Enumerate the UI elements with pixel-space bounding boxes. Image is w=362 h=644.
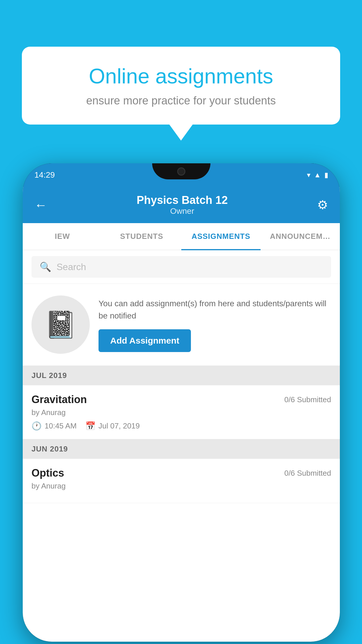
promo-description: You can add assignment(s) from here and … — [99, 298, 331, 322]
assignment-author: by Anurag — [31, 408, 331, 417]
battery-icon: ▮ — [324, 171, 328, 179]
wifi-icon: ▾ — [307, 171, 310, 179]
tab-iew[interactable]: IEW — [23, 223, 102, 250]
assignment-meta: 🕐 10:45 AM 📅 Jul 07, 2019 — [31, 421, 331, 431]
assignment-item-optics[interactable]: Optics 0/6 Submitted by Anurag — [23, 459, 340, 503]
assignment-submitted-optics: 0/6 Submitted — [284, 469, 331, 478]
speech-bubble-container: Online assignments ensure more practice … — [22, 47, 340, 141]
promo-icon-wrap: 📓 — [31, 295, 90, 354]
search-input-wrap[interactable]: 🔍 Search — [31, 256, 331, 278]
assignment-item-gravitation[interactable]: Gravitation 0/6 Submitted by Anurag 🕐 10… — [23, 385, 340, 439]
phone-notch — [152, 163, 210, 179]
assignment-title: Gravitation — [31, 393, 87, 406]
back-button[interactable]: ← — [34, 198, 47, 212]
speech-bubble-title: Online assignments — [42, 64, 320, 88]
search-placeholder: Search — [57, 262, 86, 272]
calendar-icon: 📅 — [85, 421, 96, 431]
search-icon: 🔍 — [40, 261, 51, 272]
section-header-jul: JUL 2019 — [23, 366, 340, 385]
assignment-top-row: Gravitation 0/6 Submitted — [31, 393, 331, 406]
app-header: ← Physics Batch 12 Owner ⚙ — [23, 187, 340, 223]
speech-bubble-subtitle: ensure more practice for your students — [42, 94, 320, 107]
settings-icon[interactable]: ⚙ — [317, 198, 328, 212]
assignment-time: 🕐 10:45 AM — [31, 421, 77, 431]
search-bar: 🔍 Search — [23, 250, 340, 284]
assignment-date-value: Jul 07, 2019 — [99, 421, 140, 430]
signal-icon: ▲ — [314, 171, 321, 179]
notebook-icon: 📓 — [44, 309, 77, 340]
status-bar: 14:29 ▾ ▲ ▮ — [23, 163, 340, 187]
header-subtitle: Owner — [137, 206, 228, 216]
tab-announcements[interactable]: ANNOUNCEM… — [261, 223, 340, 250]
tab-students[interactable]: STUDENTS — [102, 223, 181, 250]
status-icons: ▾ ▲ ▮ — [307, 171, 328, 179]
speech-bubble: Online assignments ensure more practice … — [22, 47, 340, 125]
clock-icon: 🕐 — [31, 421, 42, 431]
add-assignment-button[interactable]: Add Assignment — [99, 329, 191, 352]
section-header-jun: JUN 2019 — [23, 439, 340, 459]
promo-block: 📓 You can add assignment(s) from here an… — [23, 284, 340, 366]
tabs-bar: IEW STUDENTS ASSIGNMENTS ANNOUNCEM… — [23, 223, 340, 250]
assignment-top-row-optics: Optics 0/6 Submitted — [31, 467, 331, 479]
assignment-submitted: 0/6 Submitted — [284, 395, 331, 404]
assignment-author-optics: by Anurag — [31, 482, 331, 491]
assignment-time-value: 10:45 AM — [45, 421, 77, 430]
phone-frame: 14:29 ▾ ▲ ▮ ← Physics Batch 12 Owner ⚙ I… — [23, 163, 340, 642]
tab-assignments[interactable]: ASSIGNMENTS — [181, 223, 261, 250]
header-title-block: Physics Batch 12 Owner — [137, 194, 228, 216]
speech-bubble-tail — [169, 125, 193, 141]
phone-camera — [177, 167, 185, 176]
phone-screen: ← Physics Batch 12 Owner ⚙ IEW STUDENTS … — [23, 187, 340, 642]
assignment-title-optics: Optics — [31, 467, 64, 479]
header-title: Physics Batch 12 — [137, 194, 228, 206]
promo-text-area: You can add assignment(s) from here and … — [99, 298, 331, 352]
status-time: 14:29 — [34, 170, 55, 180]
assignment-date: 📅 Jul 07, 2019 — [85, 421, 140, 431]
